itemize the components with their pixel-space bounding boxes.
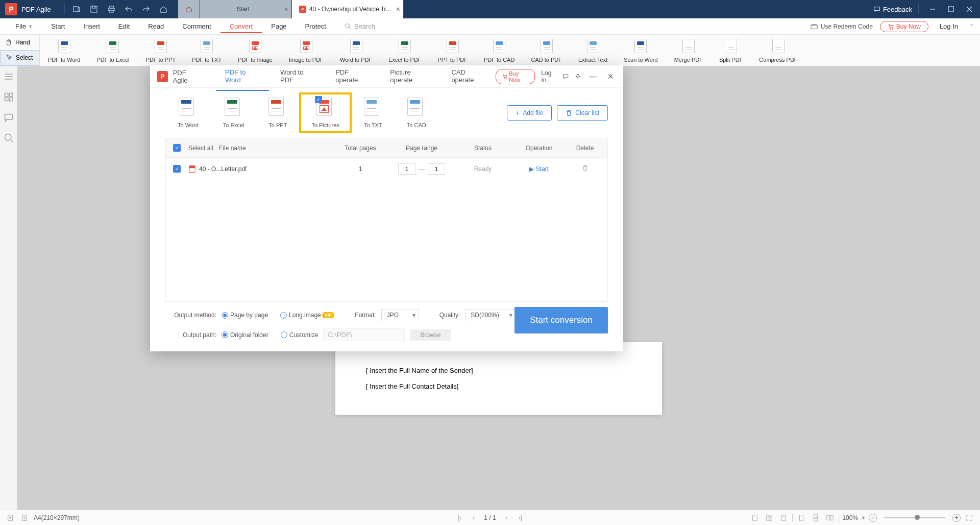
output-path-input[interactable] [323, 328, 405, 341]
zoom-slider[interactable] [884, 517, 945, 518]
start-conversion-button[interactable]: Start conversion [514, 307, 608, 333]
tab-start[interactable]: Start × [200, 0, 292, 18]
ribbon-word-to-pdf[interactable]: Word to PDF [332, 35, 380, 66]
convert-to-word[interactable]: To Word [165, 92, 211, 133]
convert-to-excel[interactable]: To Excel [211, 92, 257, 133]
chevron-up-icon[interactable]: ⌃ [969, 23, 974, 30]
pin-icon[interactable] [575, 73, 581, 80]
convert-to-ppt[interactable]: To PPT [256, 92, 299, 133]
menu-file[interactable]: File ▼ [6, 19, 42, 33]
ribbon-ppt-to-pdf[interactable]: PPT to PDF [429, 35, 475, 66]
row-start-button[interactable]: ▶ Start [508, 165, 570, 173]
hand-tool[interactable]: Hand [0, 35, 39, 50]
menu-convert[interactable]: Convert [220, 19, 262, 33]
feedback-link[interactable]: Feedback [873, 6, 912, 13]
fullscreen-icon[interactable] [964, 512, 975, 523]
buy-now-button[interactable]: Buy Now [880, 21, 928, 32]
next-page-icon[interactable]: › [503, 514, 509, 521]
convert-to-cad[interactable]: To CAD [395, 92, 438, 133]
ribbon-pdf-to-cad[interactable]: PDF to CAD [476, 35, 523, 66]
first-page-icon[interactable]: |‹ [456, 514, 463, 521]
radio-long-image[interactable]: Long image VIP [280, 312, 334, 319]
view-mode-1-icon[interactable] [749, 512, 761, 523]
header-select-all[interactable]: Select all [188, 145, 219, 152]
close-icon[interactable]: × [284, 5, 288, 13]
print-icon[interactable] [106, 4, 117, 15]
close-icon[interactable]: ✕ [605, 72, 616, 81]
ribbon-pdf-to-excel[interactable]: PDF to Excel [88, 35, 137, 66]
select-tool[interactable]: Select [0, 50, 39, 66]
ribbon-extract-text[interactable]: Extract Text [570, 35, 616, 66]
minimize-icon[interactable]: — [587, 72, 599, 81]
menu-page[interactable]: Page [262, 19, 296, 33]
clear-list-button[interactable]: Clear list [557, 105, 608, 121]
ribbon-compress-pdf[interactable]: Compress PDF [751, 35, 805, 66]
tab-home[interactable] [178, 0, 200, 18]
open-icon[interactable] [71, 4, 82, 15]
dialog-tab-picture-operate[interactable]: Picture operate [381, 62, 440, 91]
close-icon[interactable]: × [396, 5, 400, 13]
thumbnails-panel-icon[interactable] [4, 92, 14, 102]
search-panel-icon[interactable] [4, 133, 14, 143]
close-icon[interactable] [962, 2, 977, 17]
convert-to-txt[interactable]: To TXT [352, 92, 395, 133]
radio-original-folder[interactable]: Original folder [222, 331, 268, 339]
ribbon-cad-to-pdf[interactable]: CAD to PDF [523, 35, 570, 66]
two-page-icon[interactable] [824, 512, 836, 523]
undo-icon[interactable] [123, 4, 134, 15]
menu-edit[interactable]: Edit [109, 19, 139, 33]
menu-read[interactable]: Read [139, 19, 173, 33]
radio-page-by-page[interactable]: Page by page [222, 312, 268, 319]
page-down-icon[interactable] [19, 513, 30, 523]
outline-panel-icon[interactable] [4, 71, 14, 82]
menu-comment[interactable]: Comment [173, 19, 220, 33]
format-select[interactable]: JPG [381, 309, 419, 321]
prev-page-icon[interactable]: ‹ [471, 514, 477, 521]
view-mode-3-icon[interactable] [778, 512, 789, 523]
minimize-icon[interactable] [925, 2, 940, 17]
ribbon-scan-to-word[interactable]: Scan to Word [616, 35, 666, 66]
ribbon-pdf-to-image[interactable]: PDF to Image [230, 35, 281, 66]
chevron-down-icon[interactable]: ▼ [861, 515, 866, 520]
tab-document[interactable]: P 40 - Ownership of Vehicle Tr... × [292, 0, 404, 18]
page-to-input[interactable] [428, 163, 445, 175]
ribbon-pdf-to-txt[interactable]: PDF to TXT [184, 35, 230, 66]
ribbon-excel-to-pdf[interactable]: Excel to PDF [380, 35, 429, 66]
buy-now-button[interactable]: Buy Now [496, 69, 535, 84]
redo-icon[interactable] [140, 4, 152, 15]
ribbon-pdf-to-ppt[interactable]: PDF to PPT [138, 35, 184, 66]
row-checkbox[interactable]: ✓ [173, 165, 181, 173]
last-page-icon[interactable]: ›| [517, 514, 524, 521]
menu-start[interactable]: Start [42, 19, 74, 33]
maximize-icon[interactable] [943, 2, 959, 17]
ribbon-pdf-to-word[interactable]: PDF to Word [40, 35, 88, 66]
quality-select[interactable]: SD(200%) [465, 309, 516, 321]
browse-button[interactable]: Browse [410, 329, 451, 341]
login-link[interactable]: Log In [541, 69, 556, 84]
add-file-button[interactable]: + Add file [507, 105, 552, 121]
dialog-tab-word-to-pdf[interactable]: Word to PDF [271, 62, 324, 91]
page-from-input[interactable] [398, 163, 415, 175]
ribbon-image-to-pdf[interactable]: Image to PDF [281, 35, 332, 66]
menu-protect[interactable]: Protect [296, 19, 335, 33]
dialog-tab-pdf-to-word[interactable]: PDF to Word [216, 62, 269, 91]
ribbon-merge-pdf[interactable]: Merge PDF [666, 35, 711, 66]
menu-insert[interactable]: Insert [74, 19, 109, 33]
save-icon[interactable] [88, 4, 100, 15]
select-all-checkbox[interactable]: ✓ [173, 144, 181, 152]
dialog-tab-cad-operate[interactable]: CAD operate [442, 62, 495, 91]
chat-icon[interactable] [562, 73, 569, 80]
redeem-code-link[interactable]: Use Redeem Code [811, 23, 873, 30]
dialog-tab-pdf-operate[interactable]: PDF operate [326, 62, 379, 91]
login-link[interactable]: Log In [936, 22, 962, 30]
continuous-page-icon[interactable] [810, 512, 821, 523]
annotations-panel-icon[interactable] [4, 112, 14, 123]
page-up-icon[interactable] [5, 513, 15, 523]
single-page-icon[interactable] [796, 512, 807, 523]
view-mode-2-icon[interactable] [764, 512, 775, 523]
zoom-out-icon[interactable]: − [869, 514, 877, 522]
menu-search[interactable]: Search [335, 19, 384, 33]
convert-to-pictures[interactable]: ✓ To Pictures [299, 92, 351, 133]
ribbon-split-pdf[interactable]: Split PDF [711, 35, 751, 66]
home-icon[interactable] [158, 4, 169, 15]
